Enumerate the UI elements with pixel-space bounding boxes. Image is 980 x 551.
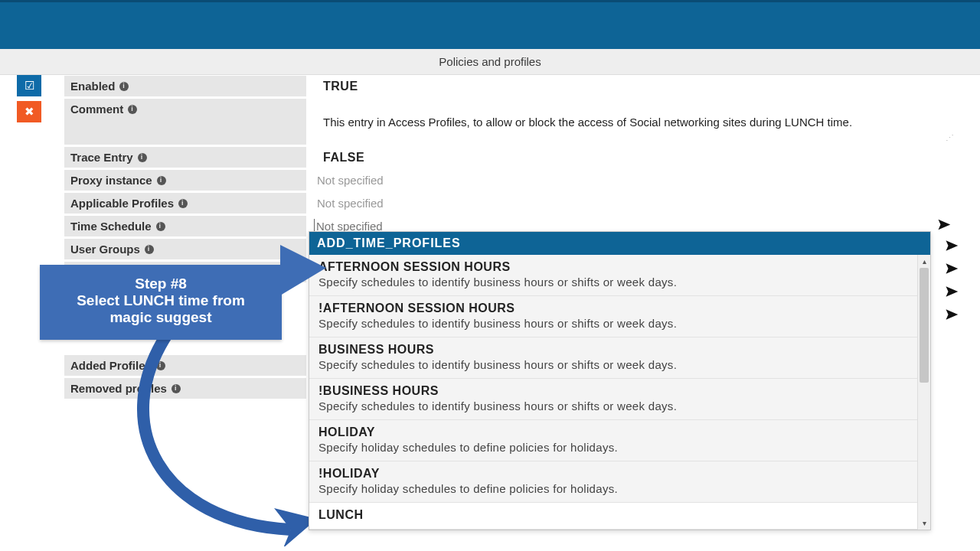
option-title: AFTERNOON SESSION HOURS bbox=[318, 260, 921, 274]
label-text: User Groups bbox=[70, 243, 140, 256]
value-comment[interactable]: This entry in Access Profiles, to allow … bbox=[306, 99, 959, 145]
send-icon[interactable] bbox=[945, 239, 959, 256]
time-schedule-dropdown[interactable]: ADD_TIME_PROFILES AFTERNOON SESSION HOUR… bbox=[309, 231, 931, 530]
dropdown-option[interactable]: BUSINESS HOURS Specify schedules to iden… bbox=[309, 337, 930, 379]
page-title: Policies and profiles bbox=[0, 49, 980, 75]
label-proxy: Proxy instance bbox=[64, 170, 306, 191]
label-user-groups: User Groups bbox=[64, 239, 306, 259]
info-icon[interactable] bbox=[138, 153, 147, 162]
resize-handle-icon[interactable]: ⋰ bbox=[946, 133, 954, 143]
cancel-button[interactable]: ✖ bbox=[17, 101, 41, 122]
option-title: LUNCH bbox=[318, 508, 921, 522]
label-comment: Comment bbox=[64, 99, 306, 145]
label-applicable-profiles: Applicable Profiles bbox=[64, 193, 306, 214]
callout-line: Select LUNCH time from bbox=[52, 292, 270, 309]
label-text: Comment bbox=[70, 103, 123, 116]
curved-arrow-icon bbox=[115, 332, 322, 546]
dropdown-option[interactable]: AFTERNOON SESSION HOURS Specify schedule… bbox=[309, 255, 930, 296]
trace-value: FALSE bbox=[323, 151, 364, 165]
option-desc: Specify holiday schedules to define poli… bbox=[318, 482, 921, 495]
option-title: HOLIDAY bbox=[318, 425, 921, 439]
scroll-up-icon[interactable]: ▴ bbox=[918, 255, 930, 268]
callout-line: Step #8 bbox=[52, 276, 270, 292]
value-applicable-profiles[interactable]: Not specified bbox=[306, 193, 959, 214]
send-icon[interactable] bbox=[945, 285, 959, 302]
dropdown-body: AFTERNOON SESSION HOURS Specify schedule… bbox=[309, 255, 930, 530]
option-desc: Specify schedules to identify business h… bbox=[318, 317, 921, 330]
appprof-value: Not specified bbox=[317, 197, 384, 210]
check-icon: ☑ bbox=[24, 79, 34, 93]
close-icon: ✖ bbox=[24, 105, 34, 119]
info-icon[interactable] bbox=[128, 105, 137, 114]
send-icon[interactable] bbox=[945, 262, 959, 279]
send-icon[interactable] bbox=[945, 308, 959, 325]
option-title: !BUSINESS HOURS bbox=[318, 384, 921, 398]
label-time-schedule: Time Schedule bbox=[64, 216, 306, 236]
option-title: !AFTERNOON SESSION HOURS bbox=[318, 302, 921, 315]
dropdown-option[interactable]: !HOLIDAY Specify holiday schedules to de… bbox=[309, 461, 930, 503]
option-title: !HOLIDAY bbox=[318, 467, 921, 481]
enabled-value: TRUE bbox=[323, 80, 358, 93]
proxy-value: Not specified bbox=[317, 174, 384, 187]
option-desc: Specify schedules to identify business h… bbox=[318, 358, 921, 371]
label-text: Trace Entry bbox=[70, 151, 133, 164]
info-icon[interactable] bbox=[145, 245, 154, 254]
option-desc: Specify schedules to identify business h… bbox=[318, 276, 921, 289]
value-enabled[interactable]: TRUE bbox=[306, 76, 959, 96]
send-icon[interactable] bbox=[937, 217, 951, 235]
label-enabled: Enabled bbox=[64, 76, 306, 96]
label-text: Proxy instance bbox=[70, 174, 152, 187]
scroll-thumb[interactable] bbox=[920, 268, 929, 383]
scroll-down-icon[interactable]: ▾ bbox=[918, 517, 930, 530]
dropdown-option[interactable]: !AFTERNOON SESSION HOURS Specify schedul… bbox=[309, 296, 930, 337]
comment-text: This entry in Access Profiles, to allow … bbox=[323, 116, 852, 129]
label-text: Applicable Profiles bbox=[70, 197, 174, 210]
label-text: Time Schedule bbox=[70, 220, 152, 233]
info-icon[interactable] bbox=[178, 199, 188, 208]
dropdown-option[interactable]: !BUSINESS HOURS Specify schedules to ide… bbox=[309, 379, 930, 420]
save-button[interactable]: ☑ bbox=[17, 75, 41, 96]
dropdown-option[interactable]: HOLIDAY Specify holiday schedules to def… bbox=[309, 420, 930, 461]
info-icon[interactable] bbox=[157, 176, 166, 185]
label-trace: Trace Entry bbox=[64, 147, 306, 168]
scrollbar[interactable]: ▴ ▾ bbox=[917, 255, 930, 530]
app-header-bar bbox=[0, 0, 980, 49]
label-text: Enabled bbox=[70, 80, 115, 93]
option-desc: Specify schedules to identify business h… bbox=[318, 399, 921, 412]
option-title: BUSINESS HOURS bbox=[318, 343, 921, 357]
dropdown-option-lunch[interactable]: LUNCH bbox=[309, 503, 930, 530]
dropdown-header: ADD_TIME_PROFILES bbox=[309, 232, 930, 255]
value-trace[interactable]: FALSE bbox=[306, 147, 959, 168]
option-desc: Specify holiday schedules to define poli… bbox=[318, 441, 921, 454]
value-proxy[interactable]: Not specified bbox=[306, 170, 959, 191]
callout-line: magic suggest bbox=[52, 309, 270, 326]
info-icon[interactable] bbox=[156, 222, 165, 231]
tutorial-step-callout: Step #8 Select LUNCH time from magic sug… bbox=[40, 265, 282, 340]
info-icon[interactable] bbox=[119, 82, 129, 91]
